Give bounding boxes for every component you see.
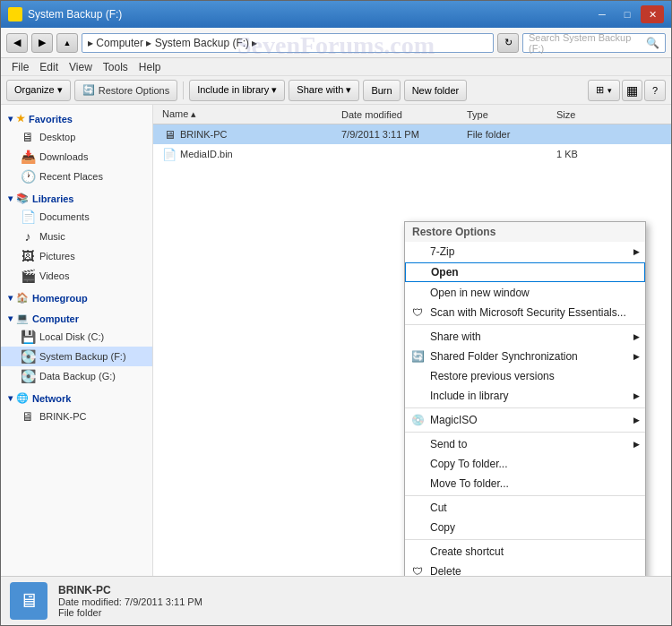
downloads-icon: 📥	[21, 150, 35, 164]
menu-view[interactable]: View	[64, 58, 98, 76]
sidebar-section-network: 🌐Network 🖥BRINK-PC	[1, 390, 152, 426]
col-header-name[interactable]: Name ▴	[157, 108, 336, 120]
desktop-icon: 🖥	[21, 130, 35, 144]
minimize-button[interactable]: ─	[590, 5, 614, 23]
system-backup-icon: 💽	[21, 349, 35, 364]
cm-item-send-to[interactable]: Send to	[405, 434, 645, 454]
maximize-button[interactable]: □	[616, 5, 639, 23]
cm-item-delete[interactable]: 🛡 Delete	[405, 562, 645, 576]
cm-item-share-with[interactable]: Share with	[405, 327, 645, 347]
sidebar-item-recent-places[interactable]: 🕐Recent Places	[1, 167, 152, 186]
cm-item-include-library[interactable]: Include in library	[405, 386, 645, 406]
cm-sep-5	[405, 539, 645, 540]
status-type: File folder	[58, 607, 202, 618]
menu-help[interactable]: Help	[134, 58, 167, 76]
up-button[interactable]: ▲	[56, 33, 78, 53]
videos-icon: 🎬	[21, 269, 35, 283]
new-folder-button[interactable]: New folder	[404, 80, 468, 101]
sync-icon: 🔄	[410, 349, 425, 364]
column-headers: Name ▴ Date modified Type Size	[153, 105, 671, 124]
burn-label: Burn	[371, 85, 392, 96]
include-library-button[interactable]: Include in library ▾	[189, 80, 285, 101]
status-info: BRINK-PC Date modified: 7/9/2011 3:11 PM…	[58, 584, 202, 618]
view-toggle-button[interactable]: ⊞ ▾	[588, 80, 620, 101]
cm-item-shared-folder-sync[interactable]: 🔄 Shared Folder Synchronization	[405, 347, 645, 366]
sidebar-item-pictures[interactable]: 🖼Pictures	[1, 246, 152, 266]
sidebar-item-data-backup[interactable]: 💽Data Backup (G:)	[1, 366, 152, 386]
status-date-value: 7/9/2011 3:11 PM	[125, 596, 202, 607]
burn-button[interactable]: Burn	[363, 80, 400, 101]
menu-bar: File Edit View Tools Help SevenForums.co…	[1, 58, 671, 76]
addressbar: ◀ ▶ ▲ ▸ Computer ▸ System Backup (F:) ▸ …	[1, 28, 671, 58]
file-row-mediaid[interactable]: 📄 MediaID.bin 1 KB	[153, 144, 671, 164]
sidebar-item-documents[interactable]: 📄Documents	[1, 207, 152, 227]
recent-places-icon: 🕐	[21, 169, 35, 184]
cm-item-restore-previous[interactable]: Restore previous versions	[405, 366, 645, 386]
magiciso-icon: 💿	[410, 413, 425, 427]
file-size-mediaid: 1 KB	[551, 149, 623, 159]
file-date-brink-pc: 7/9/2011 3:11 PM	[336, 129, 461, 140]
file-row-brink-pc[interactable]: 🖥 BRINK-PC 7/9/2011 3:11 PM File folder	[153, 124, 671, 144]
toolbar: Organize ▾ 🔄 Restore Options Include in …	[1, 76, 671, 105]
menu-edit[interactable]: Edit	[34, 58, 64, 76]
window-icon	[8, 7, 22, 21]
cm-item-copy-to[interactable]: Copy To folder...	[405, 454, 645, 474]
sidebar-item-desktop[interactable]: 🖥Desktop	[1, 127, 152, 147]
refresh-button[interactable]: ↻	[497, 33, 519, 53]
status-date: Date modified: 7/9/2011 3:11 PM	[58, 596, 202, 607]
file-type-brink-pc: File folder	[461, 129, 551, 140]
cm-item-cut[interactable]: Cut	[405, 498, 645, 518]
col-header-size[interactable]: Size	[551, 109, 623, 120]
cm-item-copy[interactable]: Copy	[405, 518, 645, 537]
organize-button[interactable]: Organize ▾	[6, 80, 71, 101]
data-backup-icon: 💽	[21, 369, 35, 383]
preview-button[interactable]: ▦	[622, 80, 642, 101]
search-placeholder: Search System Backup (F:)	[529, 32, 646, 54]
brink-pc-icon: 🖥	[21, 409, 35, 424]
scan-icon: 🛡	[410, 305, 425, 320]
main-content: ★Favorites 🖥Desktop 📥Downloads 🕐Recent P…	[1, 105, 671, 576]
close-button[interactable]: ✕	[641, 5, 664, 23]
sidebar-header-network[interactable]: 🌐Network	[1, 390, 152, 407]
sidebar-item-downloads[interactable]: 📥Downloads	[1, 147, 152, 167]
local-disk-icon: 💾	[21, 330, 35, 344]
cm-item-magiciso[interactable]: 💿 MagicISO	[405, 410, 645, 430]
help-button[interactable]: ?	[644, 80, 666, 101]
address-path[interactable]: ▸ Computer ▸ System Backup (F:) ▸	[82, 33, 494, 53]
cm-item-open[interactable]: Open	[405, 262, 645, 282]
sidebar-header-homegroup[interactable]: 🏠Homegroup	[1, 289, 152, 306]
forward-button[interactable]: ▶	[31, 33, 53, 53]
file-list: Name ▴ Date modified Type Size 🖥 BRINK-P…	[153, 105, 671, 576]
sidebar-section-favorites: ★Favorites 🖥Desktop 📥Downloads 🕐Recent P…	[1, 110, 152, 186]
sidebar-item-local-disk[interactable]: 💾Local Disk (C:)	[1, 327, 152, 347]
cm-item-create-shortcut[interactable]: Create shortcut	[405, 542, 645, 562]
new-folder-label: New folder	[412, 85, 460, 96]
col-header-type[interactable]: Type	[461, 109, 551, 120]
col-header-date[interactable]: Date modified	[336, 109, 461, 120]
sidebar-header-libraries[interactable]: 📚Libraries	[1, 190, 152, 207]
view-buttons: ⊞ ▾ ▦ ?	[588, 80, 666, 101]
sidebar-item-brink-pc[interactable]: 🖥BRINK-PC	[1, 407, 152, 426]
back-button[interactable]: ◀	[6, 33, 28, 53]
cm-header-restore-options: Restore Options	[405, 222, 645, 242]
cm-item-move-to[interactable]: Move To folder...	[405, 474, 645, 493]
file-name-mediaid: 📄 MediaID.bin	[157, 147, 336, 161]
cm-item-scan[interactable]: 🛡 Scan with Microsoft Security Essential…	[405, 303, 645, 322]
menu-file[interactable]: File	[6, 58, 34, 76]
sidebar-header-computer[interactable]: 💻Computer	[1, 310, 152, 327]
search-icon[interactable]: 🔍	[646, 37, 659, 49]
pictures-icon: 🖼	[21, 249, 35, 263]
cm-item-7zip[interactable]: 7-Zip	[405, 242, 645, 262]
chevron-down-icon: ▾	[607, 86, 612, 95]
sidebar-item-music[interactable]: ♪Music	[1, 227, 152, 246]
search-box[interactable]: Search System Backup (F:) 🔍	[522, 33, 666, 53]
sidebar-item-system-backup[interactable]: 💽System Backup (F:)	[1, 347, 152, 366]
help-label: ?	[652, 85, 658, 96]
sidebar-item-videos[interactable]: 🎬Videos	[1, 266, 152, 286]
restore-options-button[interactable]: 🔄 Restore Options	[74, 80, 177, 101]
cm-sep-4	[405, 495, 645, 496]
cm-item-open-new-window[interactable]: Open in new window	[405, 283, 645, 303]
menu-tools[interactable]: Tools	[98, 58, 134, 76]
sidebar-header-favorites[interactable]: ★Favorites	[1, 110, 152, 127]
share-with-button[interactable]: Share with ▾	[289, 80, 359, 101]
